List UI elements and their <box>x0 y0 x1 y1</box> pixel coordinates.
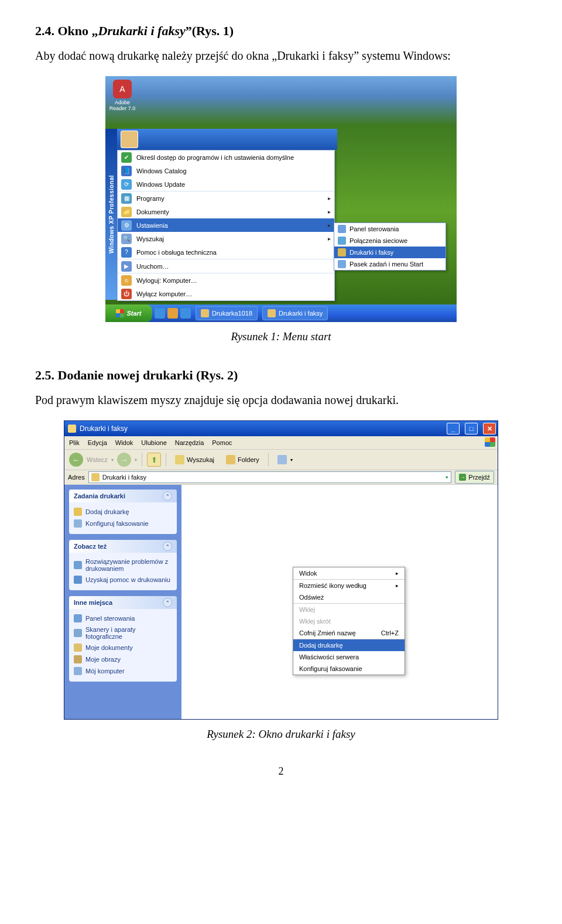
quicklaunch-ie-icon[interactable] <box>155 308 165 319</box>
up-button[interactable]: ⬆ <box>147 453 161 467</box>
side-panel-header[interactable]: Zobacz też⌃ <box>69 540 177 553</box>
side-link-label: Rozwiązywanie problemów z drukowaniem <box>85 558 172 572</box>
context-item-label: Dodaj drukarkę <box>299 642 343 649</box>
context-menu-item[interactable]: Cofnij Zmień nazwęCtrl+Z <box>293 627 405 639</box>
folders-button[interactable]: Foldery <box>222 452 263 467</box>
back-dropdown-icon[interactable]: ▾ <box>111 457 114 463</box>
start-menu-item[interactable]: ⟳Windows Update <box>118 177 334 191</box>
side-panel: Inne miejsca⌃Panel sterowaniaSkanery i a… <box>69 596 177 682</box>
start-menu-item[interactable]: 📁Dokumenty▸ <box>118 205 334 218</box>
menu-bar: PlikEdycjaWidokUlubioneNarzędziaPomoc <box>64 436 498 450</box>
submenu-item[interactable]: Panel sterowania <box>334 223 446 235</box>
start-button[interactable]: Start <box>105 304 152 322</box>
address-dropdown-icon[interactable]: ▾ <box>446 474 448 480</box>
menubar-item[interactable]: Pomoc <box>212 439 232 446</box>
menu-item-icon: ⎋ <box>121 275 132 286</box>
context-menu-item[interactable]: Właściwości serwera <box>293 651 405 663</box>
start-menu-item[interactable]: ⏻Wyłącz komputer… <box>118 287 334 300</box>
section-2-4-heading: 2.4. Okno „Drukarki i faksy”(Rys. 1) <box>35 23 527 39</box>
start-menu-item[interactable]: ?Pomoc i obsługa techniczna <box>118 245 334 259</box>
context-menu-item[interactable]: Konfiguruj faksowanie <box>293 663 405 675</box>
forward-dropdown-icon[interactable]: ▾ <box>135 457 137 463</box>
window-maximize-button[interactable]: □ <box>465 423 478 434</box>
context-menu-item[interactable]: Widok▸ <box>293 567 405 579</box>
menu-item-label: Wyloguj: Komputer… <box>136 277 197 284</box>
start-menu-item[interactable]: ⚙Ustawienia▸ <box>118 218 334 232</box>
context-item-label: Rozmieść ikony według <box>299 582 366 589</box>
taskbar-item[interactable]: Drukarki i faksy <box>262 306 328 320</box>
address-field[interactable]: Drukarki i faksy ▾ <box>88 471 452 483</box>
submenu-item[interactable]: Pasek zadań i menu Start <box>334 258 446 270</box>
submenu-item-label: Drukarki i faksy <box>349 249 393 256</box>
side-panel-link[interactable]: Skanery i aparaty fotograficzne <box>74 624 172 642</box>
submenu-item-label: Pasek zadań i menu Start <box>349 261 423 268</box>
menubar-item[interactable]: Plik <box>69 439 80 446</box>
start-label: Start <box>126 310 141 317</box>
side-link-icon <box>74 644 82 652</box>
forward-button[interactable]: → <box>117 453 131 467</box>
desktop-icon-adobe[interactable]: A Adobe Reader 7.0 <box>109 80 136 111</box>
context-menu-item[interactable]: Odśwież <box>293 591 405 603</box>
start-menu-item[interactable]: ✔Określ dostęp do programów i ich ustawi… <box>118 150 334 164</box>
side-panel-link[interactable]: Mój komputer <box>74 665 172 677</box>
menubar-item[interactable]: Edycja <box>88 439 107 446</box>
start-menu-item[interactable]: ▦Programy▸ <box>118 191 334 205</box>
side-panel-link[interactable]: Rozwiązywanie problemów z drukowaniem <box>74 556 172 574</box>
start-menu-column: ✔Określ dostęp do programów i ich ustawi… <box>117 150 335 301</box>
go-button[interactable]: → Przejdź <box>455 471 494 484</box>
side-link-icon <box>74 508 82 516</box>
back-label: Wstecz <box>87 456 108 463</box>
side-panel-header[interactable]: Zadania drukarki⌃ <box>69 490 177 502</box>
submenu-item-icon <box>338 248 346 256</box>
submenu-item[interactable]: Połączenia sieciowe <box>334 235 446 247</box>
taskbar-item[interactable]: Drukarka1018 <box>196 306 258 320</box>
search-button[interactable]: Wyszukaj <box>171 452 218 467</box>
menubar-item[interactable]: Narzędzia <box>175 439 204 446</box>
side-panel-link[interactable]: Moje obrazy <box>74 653 172 665</box>
toolbar: ← Wstecz ▾ → ▾ ⬆ Wyszukaj Foldery ▾ <box>64 450 498 470</box>
collapse-chevron-icon[interactable]: ⌃ <box>163 598 172 607</box>
quicklaunch-media-icon[interactable] <box>167 308 178 319</box>
taskbar-item-label: Drukarki i faksy <box>279 310 323 317</box>
go-label: Przejdź <box>468 474 490 481</box>
window-close-button[interactable]: ✕ <box>483 423 496 434</box>
side-panel-link[interactable]: Moje dokumenty <box>74 642 172 653</box>
submenu-item-icon <box>338 225 346 233</box>
collapse-chevron-icon[interactable]: ⌃ <box>163 542 172 551</box>
side-panel-link[interactable]: Konfiguruj faksowanie <box>74 518 172 529</box>
taskbar: Start Drukarka1018Drukarki i faksy <box>105 304 457 322</box>
side-link-label: Panel sterowania <box>85 615 135 622</box>
window-minimize-button[interactable]: _ <box>447 423 460 434</box>
main-content-area[interactable]: Widok▸Rozmieść ikony według▸OdświeżWklej… <box>181 485 498 719</box>
start-menu-item[interactable]: 🔍Wyszukaj▸ <box>118 232 334 245</box>
sec-num: 2.4. <box>35 23 54 38</box>
start-menu-item[interactable]: 📘Windows Catalog <box>118 164 334 177</box>
windows-flag-icon <box>485 437 495 447</box>
context-menu: Widok▸Rozmieść ikony według▸OdświeżWklej… <box>293 567 405 675</box>
menu-item-icon: ▦ <box>121 193 132 204</box>
side-link-label: Dodaj drukarkę <box>85 508 129 515</box>
side-panel-link[interactable]: Uzyskaj pomoc w drukowaniu <box>74 574 172 586</box>
collapse-chevron-icon[interactable]: ⌃ <box>163 491 172 501</box>
views-button[interactable]: ▾ <box>273 452 297 467</box>
start-menu-item[interactable]: ▶Uruchom… <box>118 259 334 273</box>
side-link-label: Moje obrazy <box>85 656 121 663</box>
desktop: A Adobe Reader 7.0 Windows XP Profession… <box>105 76 457 322</box>
side-panel-header[interactable]: Inne miejsca⌃ <box>69 596 177 609</box>
submenu-item[interactable]: Drukarki i faksy <box>334 247 446 258</box>
side-panel-link[interactable]: Dodaj drukarkę <box>74 506 172 518</box>
side-link-label: Uzyskaj pomoc w drukowaniu <box>85 576 170 583</box>
quicklaunch-outlook-icon[interactable] <box>180 308 191 319</box>
side-panel-link[interactable]: Panel sterowania <box>74 612 172 624</box>
side-link-icon <box>74 561 82 569</box>
menubar-item[interactable]: Widok <box>115 439 133 446</box>
menubar-item[interactable]: Ulubione <box>141 439 166 446</box>
menu-item-label: Wyłącz komputer… <box>136 290 192 297</box>
context-menu-item[interactable]: Dodaj drukarkę <box>293 639 405 651</box>
context-menu-item[interactable]: Rozmieść ikony według▸ <box>293 579 405 591</box>
side-panel-title: Zobacz też <box>74 543 107 550</box>
back-button[interactable]: ← <box>69 453 83 467</box>
menu-item-label: Windows Update <box>136 181 185 188</box>
xp-vertical-brand: Windows XP Professional <box>105 129 117 300</box>
start-menu-item[interactable]: ⎋Wyloguj: Komputer… <box>118 273 334 287</box>
